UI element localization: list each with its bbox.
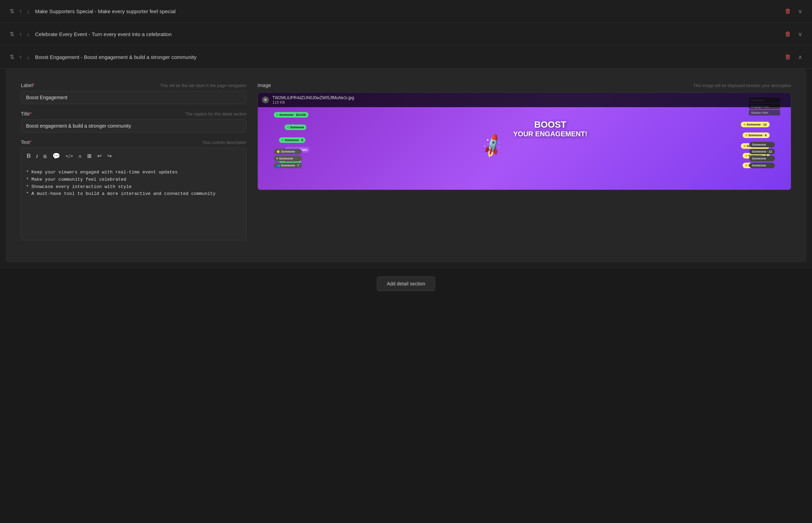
rocket-emoji: 🚀 bbox=[479, 132, 506, 160]
text-field-group: Text* Your custom description B I S 💬 </… bbox=[21, 139, 246, 241]
delete-btn-1[interactable]: 🗑 bbox=[784, 6, 793, 16]
text-field-label: Text* bbox=[21, 139, 32, 145]
image-close-btn[interactable]: ✕ bbox=[262, 96, 269, 103]
bottom-chip-1: Someone bbox=[749, 142, 775, 147]
unordered-list-btn[interactable]: ≡ bbox=[76, 152, 84, 161]
label-required: * bbox=[33, 83, 34, 88]
score-chip-1: Someone · 12 bbox=[741, 122, 770, 127]
image-section-hint: This image will be displayed besides you… bbox=[693, 83, 791, 88]
image-filename: TW2MLiUPR4dZUN0J0wZWI5JfMuNe1r.jpg bbox=[272, 95, 354, 100]
sort-up-btn-1[interactable]: ↑ bbox=[18, 8, 23, 15]
sort-up-btn-2[interactable]: ↑ bbox=[18, 31, 23, 38]
image-section-header: Image This image will be displayed besid… bbox=[257, 83, 791, 88]
title-field-hint: The caption for this detail section bbox=[186, 112, 246, 117]
bottom-bubble-3: 👥 Someone · 7 bbox=[274, 163, 302, 168]
label-field-group: Label* This will be the tab label in the… bbox=[21, 83, 246, 104]
italic-btn[interactable]: I bbox=[34, 152, 40, 161]
expanded-content: Label* This will be the tab label in the… bbox=[12, 76, 800, 255]
add-section-bar: Add detail section bbox=[0, 268, 812, 299]
chat-bubble-3: Someone · 5 bbox=[279, 137, 305, 143]
sort-down-btn-3[interactable]: ↓ bbox=[25, 53, 31, 61]
expanded-header: ⇅ ↑ ↓ Boost Engagement - Boost engagemen… bbox=[0, 46, 812, 69]
section-row-title-2: Celebrate Every Event - Turn every event… bbox=[35, 31, 779, 37]
label-field-hint: This will be the tab label in the page n… bbox=[160, 83, 246, 88]
title-field-label: Title* bbox=[21, 111, 32, 117]
delete-btn-3[interactable]: 🗑 bbox=[784, 52, 793, 62]
redo-btn[interactable]: ↪ bbox=[105, 152, 114, 161]
chevron-btn-1[interactable]: ∨ bbox=[797, 7, 804, 16]
chat-bubble-1: Someone · $1USD bbox=[274, 112, 308, 118]
bottom-bubble-2: ♥ Someone bbox=[274, 156, 302, 161]
left-panel: Label* This will be the tab label in the… bbox=[21, 83, 246, 248]
sort-icons-2: ⇅ ↑ ↓ bbox=[8, 30, 31, 38]
sort-swap-btn-2[interactable]: ⇅ bbox=[8, 30, 16, 38]
boost-image-content: Someone · $1USD Someone Someone · 5 bbox=[258, 93, 791, 190]
text-area[interactable]: * Keep your viewers engaged with real-ti… bbox=[21, 164, 246, 240]
delete-btn-2[interactable]: 🗑 bbox=[784, 29, 793, 39]
quote-btn[interactable]: 💬 bbox=[50, 151, 62, 161]
score-chip-2: Someone · 6 bbox=[743, 132, 770, 138]
sort-up-btn-3[interactable]: ↑ bbox=[18, 53, 23, 61]
bottom-bubbles: ⭐ Someone ♥ Someone 👥 Someone · 7 bbox=[274, 149, 302, 168]
title-required: * bbox=[30, 111, 32, 117]
right-panel: Image This image will be displayed besid… bbox=[257, 83, 791, 248]
sort-swap-btn-3[interactable]: ⇅ bbox=[8, 53, 16, 61]
sort-icons-3: ⇅ ↑ ↓ bbox=[8, 53, 31, 61]
ordered-list-btn[interactable]: ⊞ bbox=[85, 152, 94, 161]
section-row-make-supporters: ⇅ ↑ ↓ Make Supporters Special - Make eve… bbox=[0, 0, 812, 23]
title-input[interactable] bbox=[21, 119, 246, 132]
section-row-celebrate: ⇅ ↑ ↓ Celebrate Every Event - Turn every… bbox=[0, 23, 812, 46]
sort-down-btn-2[interactable]: ↓ bbox=[25, 31, 31, 38]
chat-bubble-2: Someone bbox=[285, 125, 307, 130]
text-field-hint: Your custom description bbox=[202, 140, 246, 145]
chevron-btn-2[interactable]: ∨ bbox=[797, 29, 804, 39]
section-row-title-3: Boost Engagement - Boost engagement & bu… bbox=[35, 54, 779, 60]
chevron-up-btn-3[interactable]: ∧ bbox=[797, 52, 804, 62]
sort-swap-btn-1[interactable]: ⇅ bbox=[8, 7, 16, 15]
image-filesize: 119 KB bbox=[272, 100, 354, 104]
section-boost-engagement: ⇅ ↑ ↓ Boost Engagement - Boost engagemen… bbox=[0, 46, 812, 268]
image-container: ✕ TW2MLiUPR4dZUN0J0wZWI5JfMuNe1r.jpg 119… bbox=[257, 92, 791, 190]
sort-down-btn-1[interactable]: ↓ bbox=[25, 8, 31, 15]
text-field-header: Text* Your custom description bbox=[21, 139, 246, 145]
label-field-header: Label* This will be the tab label in the… bbox=[21, 83, 246, 88]
strikethrough-btn[interactable]: S bbox=[41, 152, 49, 161]
bottom-chip-2: Someone · 12 bbox=[749, 149, 775, 154]
sort-icons-1: ⇅ ↑ ↓ bbox=[8, 7, 31, 15]
text-toolbar: B I S 💬 </> ≡ ⊞ ↩ ↪ bbox=[21, 148, 246, 164]
image-preview: Someone · $1USD Someone Someone · 5 bbox=[258, 93, 791, 190]
undo-btn[interactable]: ↩ bbox=[95, 152, 104, 161]
title-field-header: Title* The caption for this detail secti… bbox=[21, 111, 246, 117]
bold-btn[interactable]: B bbox=[25, 152, 33, 161]
code-btn[interactable]: </> bbox=[64, 152, 75, 160]
top-overlay-3: Stream Alert bbox=[749, 110, 780, 115]
add-section-btn[interactable]: Add detail section bbox=[377, 276, 435, 291]
section-row-title-1: Make Supporters Special - Make every sup… bbox=[35, 8, 779, 14]
boost-center-text: BOOST YOUR ENGAGEMENT! bbox=[513, 120, 587, 138]
label-field-label: Label* bbox=[21, 83, 35, 88]
image-section-title: Image bbox=[257, 83, 271, 88]
bottom-chip-3: Someone bbox=[749, 156, 775, 161]
bottom-chip-4: Someone bbox=[749, 163, 775, 168]
image-overlay-bar: ✕ TW2MLiUPR4dZUN0J0wZWI5JfMuNe1r.jpg 119… bbox=[258, 93, 791, 107]
expanded-inner: Label* This will be the tab label in the… bbox=[6, 69, 806, 262]
title-field-group: Title* The caption for this detail secti… bbox=[21, 111, 246, 132]
bottom-right-chips: Someone Someone · 12 Someone Someone bbox=[749, 142, 775, 168]
text-required: * bbox=[30, 139, 32, 145]
bottom-bubble-1: ⭐ Someone bbox=[274, 149, 302, 154]
image-info: TW2MLiUPR4dZUN0J0wZWI5JfMuNe1r.jpg 119 K… bbox=[272, 95, 354, 104]
label-input[interactable] bbox=[21, 91, 246, 104]
